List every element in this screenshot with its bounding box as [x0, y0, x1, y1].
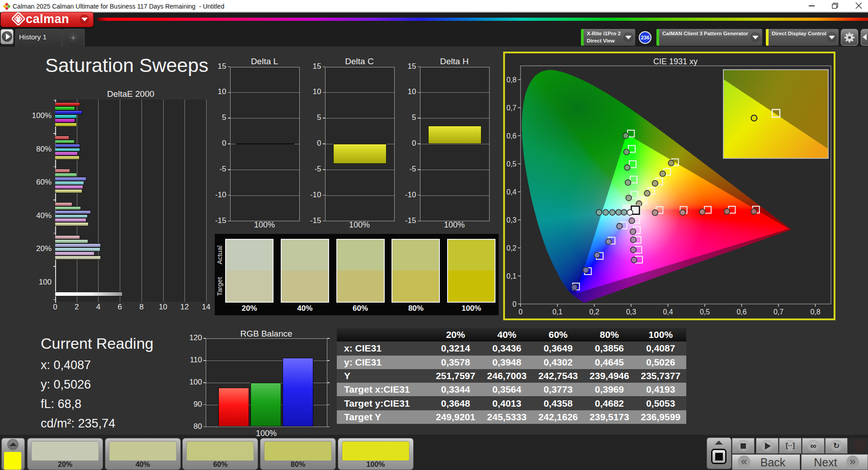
svg-text:0,8: 0,8	[506, 76, 516, 84]
svg-text:0,2: 0,2	[589, 308, 599, 316]
svg-text:0,1: 0,1	[552, 308, 562, 316]
svg-text:0,5: 0,5	[700, 308, 710, 316]
svg-text:0,5: 0,5	[506, 160, 516, 168]
svg-text:0,2: 0,2	[506, 244, 516, 252]
svg-text:CIE 1931 xy: CIE 1931 xy	[653, 57, 698, 66]
svg-text:0,6: 0,6	[736, 308, 746, 316]
svg-text:0,4: 0,4	[506, 188, 516, 196]
svg-text:0,3: 0,3	[626, 308, 636, 316]
svg-text:0,4: 0,4	[663, 308, 673, 316]
svg-text:0: 0	[519, 308, 523, 316]
svg-text:0: 0	[513, 300, 517, 308]
svg-text:0,3: 0,3	[506, 216, 516, 224]
svg-text:0,6: 0,6	[506, 132, 516, 140]
svg-text:0,8: 0,8	[810, 308, 820, 316]
svg-text:0,7: 0,7	[774, 308, 783, 316]
svg-text:0,1: 0,1	[506, 272, 516, 280]
svg-text:0,7: 0,7	[506, 104, 516, 112]
